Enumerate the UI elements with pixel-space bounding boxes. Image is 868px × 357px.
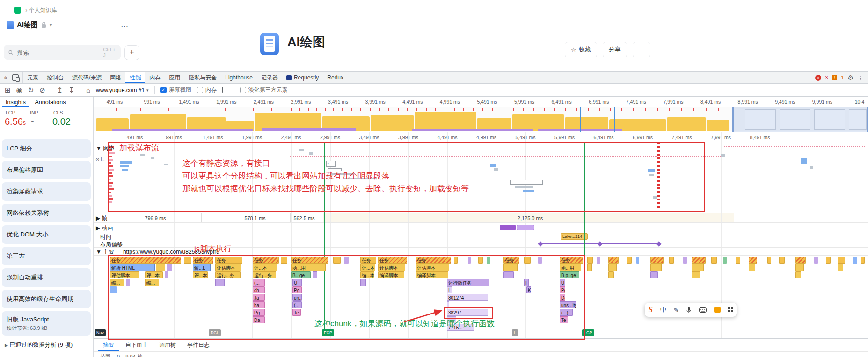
flame-block[interactable] [692,264,704,271]
inspect-icon[interactable]: ⌖ [4,74,7,82]
insight-item[interactable]: 第三方 [2,247,91,265]
search-box[interactable]: Ctrl + J [4,45,121,60]
download-profile-icon[interactable]: ↧ [68,86,74,94]
network-request-bar[interactable] [721,154,725,157]
flame-block[interactable] [597,257,600,264]
flame-block[interactable] [587,264,592,271]
flame-block[interactable] [814,257,818,264]
frame-duration[interactable]: 578.1 ms [244,215,265,221]
drawer-tab[interactable]: 自下而上 [121,339,153,351]
flame-block[interactable] [749,264,755,271]
pen-icon[interactable]: ✎ [674,307,679,314]
devtools-tab[interactable]: 应用 [165,72,184,83]
drawer-tab[interactable]: 摘要 [98,339,119,351]
share-button[interactable]: 分享 [603,42,627,57]
network-request-bar[interactable] [810,166,813,169]
track-layout-shifts-header[interactable]: 布局偏移 [100,241,123,249]
extension-paw-icon[interactable] [714,307,721,313]
track-frames-header[interactable]: ▶ 帧 [96,214,108,222]
flame-block[interactable] [767,257,771,264]
insight-item[interactable]: 布局偏移原因 [2,161,91,179]
flame-block[interactable] [587,257,593,264]
snip-tool-logo-icon[interactable]: S [649,306,653,314]
clear-button[interactable]: ⊘ [39,86,45,94]
layout-shift-diamond[interactable] [656,241,661,246]
warning-badge-icon[interactable]: ! [832,75,837,80]
garbage-collect-icon[interactable] [222,87,228,93]
timeline-overview[interactable] [94,107,868,131]
screenshots-checkbox[interactable]: ✓ 屏幕截图 [160,86,191,94]
drawer-tab[interactable]: 事件日志 [182,339,214,351]
devtools-tab[interactable]: 网络 [106,72,125,83]
layout-shift-diamond[interactable] [538,241,543,246]
flame-block[interactable] [853,257,857,264]
live-metrics-home-icon[interactable]: ⌂ [86,86,90,94]
fade-third-party-checkbox[interactable]: 淡化第三方元素 [240,86,288,94]
input-method-icon[interactable]: 中 [660,306,666,314]
flame-block[interactable] [692,271,700,278]
flame-block[interactable] [650,271,658,278]
new-doc-button[interactable]: + [124,45,139,60]
grid-apps-icon[interactable] [728,307,733,312]
keyboard-icon[interactable] [699,307,707,313]
insight-item[interactable]: 渲染屏蔽请求 [2,182,91,201]
flame-block[interactable] [723,257,727,264]
drawer-tab[interactable]: 调用树 [154,339,181,351]
tab-insights[interactable]: Insights [2,97,29,107]
target-select[interactable]: www.yuque.com #1▾ [96,87,149,93]
track-animations-header[interactable]: ▶ 动画 [96,224,113,232]
flame-block[interactable] [795,271,801,278]
frame-duration[interactable]: 2,125.0 ms [518,215,543,221]
devtools-tab[interactable]: 控制台 [43,72,68,83]
animation-bar[interactable] [500,225,516,230]
flame-block[interactable] [608,271,614,278]
inp-value[interactable]: - [31,116,34,127]
devtools-menu-icon[interactable]: ⋮ [857,74,863,81]
animation-bar[interactable] [517,225,534,230]
insight-item[interactable]: 网络依赖关系树 [2,204,91,222]
devtools-tab[interactable]: 元素 [23,72,43,83]
network-request-bar[interactable] [801,158,807,164]
record-button[interactable]: ◉ [16,86,22,94]
device-toolbar-icon[interactable] [12,74,19,81]
flame-block[interactable] [608,257,619,264]
passed-insights-toggle[interactable]: ▶ 已通过的数据分析 (9 项) [5,341,73,349]
flame-block[interactable] [826,257,831,264]
overview-dim-region[interactable] [732,107,868,132]
doc-more-button[interactable]: ⋯ [121,21,128,30]
settings-gear-icon[interactable]: ⚙ [847,74,853,81]
flame-block[interactable] [838,264,843,271]
cls-value[interactable]: 0.02 [52,116,71,127]
flame-block[interactable] [749,257,757,264]
flame-block[interactable] [650,257,664,264]
error-badge-icon[interactable]: × [815,75,821,81]
devtools-tab[interactable]: 源代码/来源 [68,72,106,83]
flame-block[interactable] [795,264,804,271]
flame-block[interactable] [736,257,740,264]
breadcrumb-label[interactable]: 个人知识库 [29,7,57,14]
marker-chip-nav[interactable]: Nav [95,329,106,336]
flame-block[interactable] [861,257,865,264]
more-button[interactable]: ⋯ [633,42,650,57]
flame-block[interactable] [627,257,632,264]
devtools-tab[interactable]: Requestly [282,72,323,83]
insight-item[interactable]: 强制自动重排 [2,268,91,287]
memory-checkbox[interactable]: 内存 [197,86,217,94]
flame-block[interactable] [636,257,639,264]
upload-profile-icon[interactable]: ↥ [57,86,63,94]
favorite-button[interactable]: ☆ 收藏 [565,42,597,57]
flame-block[interactable] [711,257,717,264]
title-chevron-icon[interactable]: ▾ [50,22,52,28]
warning-count[interactable]: 1 [841,75,844,80]
track-timings-header[interactable]: 时间 [100,233,111,241]
flame-block[interactable] [683,257,687,264]
flame-block[interactable] [608,264,617,271]
search-input[interactable] [16,49,100,57]
error-count[interactable]: 3 [825,75,828,80]
insight-item[interactable]: 使用高效的缓存生命周期 [2,290,91,308]
frame-duration[interactable]: 796.9 ms [145,215,166,221]
layout-shift-diamond[interactable] [597,241,602,246]
microphone-icon[interactable] [686,307,692,314]
flame-block[interactable] [669,257,674,264]
flame-block[interactable] [650,264,662,271]
